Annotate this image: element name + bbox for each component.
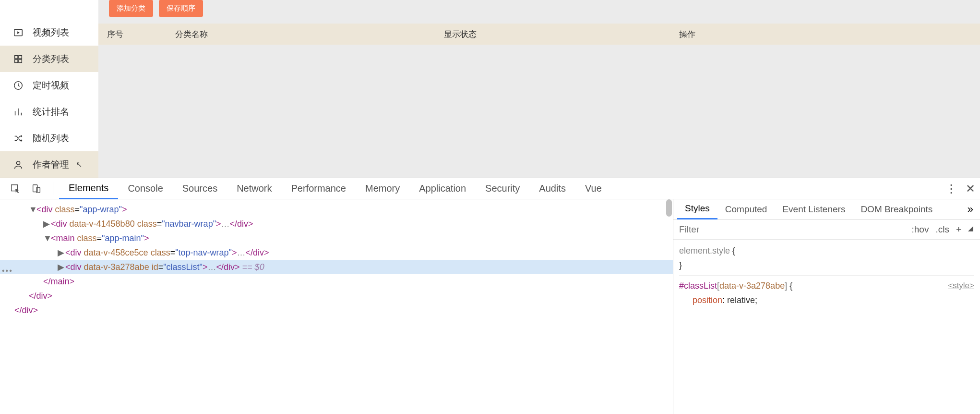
close-devtools-icon[interactable]: ✕ — [966, 182, 975, 195]
styles-tab-dom-breakpoints[interactable]: DOM Breakpoints — [853, 199, 940, 219]
style-declaration[interactable]: position: relative; — [679, 293, 974, 307]
sidebar-item-stats-rank[interactable]: 统计排名 — [0, 98, 98, 125]
tree-line[interactable]: ▼<main class="app-main"> — [0, 231, 673, 245]
svg-rect-3 — [15, 59, 18, 62]
devtools-body: ••• ▼<div class="app-wrap"> ▶<div data-v… — [0, 199, 980, 414]
devtools-right-actions: ⋮ ✕ — [945, 182, 980, 195]
devtools-panel: Elements Console Sources Network Perform… — [0, 178, 980, 414]
styles-rules[interactable]: element.style { } <style> #classList[dat… — [673, 240, 980, 311]
tab-audits[interactable]: Audits — [529, 178, 575, 199]
styles-tab-computed[interactable]: Computed — [717, 199, 775, 219]
toggle-device-icon[interactable] — [30, 182, 43, 195]
sidebar-item-random-list[interactable]: 随机列表 — [0, 125, 98, 151]
tab-sources[interactable]: Sources — [173, 178, 227, 199]
tab-console[interactable]: Console — [118, 178, 172, 199]
scrollbar-thumb[interactable] — [666, 199, 672, 217]
svg-rect-2 — [19, 55, 22, 58]
table-header-status: 显示状态 — [444, 29, 679, 40]
tab-application[interactable]: Application — [409, 178, 476, 199]
table-header: 序号 分类名称 显示状态 操作 — [98, 24, 980, 45]
main-content: 添加分类 保存顺序 序号 分类名称 显示状态 操作 — [98, 0, 980, 178]
cursor-pointer-icon: ↖ — [76, 160, 82, 169]
app-area: 视频列表 分类列表 定时视频 统计排名 随机列表 作者管理 ↖ 添加分类 保存顺… — [0, 0, 980, 178]
cls-toggle[interactable]: .cls — [935, 224, 949, 235]
svg-rect-1 — [15, 55, 18, 58]
tree-line[interactable]: ▶<div data-v-458ce5ce class="top-nav-wra… — [0, 245, 673, 260]
styles-tab-styles[interactable]: Styles — [677, 199, 717, 219]
sidebar-item-label: 分类列表 — [33, 53, 69, 65]
grid-icon — [12, 53, 24, 65]
tree-line[interactable]: ▼<div class="app-wrap"> — [0, 202, 673, 217]
tab-network[interactable]: Network — [227, 178, 281, 199]
table-header-name: 分类名称 — [175, 29, 444, 40]
sidebar-item-label: 作者管理 — [33, 158, 69, 171]
toolbar: 添加分类 保存顺序 — [98, 0, 980, 24]
elements-tree[interactable]: ••• ▼<div class="app-wrap"> ▶<div data-v… — [0, 199, 673, 414]
table-header-seq: 序号 — [98, 29, 175, 40]
tab-security[interactable]: Security — [476, 178, 529, 199]
hover-actions-icon[interactable]: ••• — [2, 267, 13, 275]
tree-line[interactable]: </main> — [0, 274, 673, 289]
separator — [53, 183, 53, 195]
styles-filter-input[interactable] — [673, 219, 905, 239]
hov-toggle[interactable]: :hov — [911, 224, 929, 235]
styles-more-icon[interactable]: » — [961, 203, 980, 216]
svg-rect-4 — [19, 59, 22, 62]
table-header-op: 操作 — [679, 29, 980, 40]
styles-corner-icon[interactable]: ◢ — [968, 224, 973, 235]
sidebar-item-timed-video[interactable]: 定时视频 — [0, 72, 98, 98]
styles-actions: :hov .cls + ◢ — [905, 224, 980, 235]
devtools-tabbar: Elements Console Sources Network Perform… — [0, 178, 980, 199]
tab-memory[interactable]: Memory — [356, 178, 409, 199]
clock-icon — [12, 80, 24, 91]
sidebar: 视频列表 分类列表 定时视频 统计排名 随机列表 作者管理 ↖ — [0, 0, 98, 178]
svg-point-6 — [16, 161, 20, 164]
sidebar-item-author-manage[interactable]: 作者管理 ↖ — [0, 151, 98, 178]
tree-line-selected[interactable]: ▶<div data-v-3a278abe id="classList">…</… — [0, 260, 673, 274]
sidebar-item-label: 随机列表 — [33, 132, 69, 145]
sidebar-item-category-list[interactable]: 分类列表 — [0, 46, 98, 72]
kebab-menu-icon[interactable]: ⋮ — [945, 182, 957, 195]
new-rule-button[interactable]: + — [956, 224, 961, 235]
tab-elements[interactable]: Elements — [59, 178, 118, 199]
save-order-button[interactable]: 保存顺序 — [159, 0, 203, 17]
sidebar-item-video-list[interactable]: 视频列表 — [0, 19, 98, 46]
sidebar-item-label: 定时视频 — [33, 79, 69, 92]
chart-icon — [12, 106, 24, 118]
styles-tabbar: Styles Computed Event Listeners DOM Brea… — [673, 199, 980, 219]
shuffle-icon — [12, 133, 24, 144]
tree-line[interactable]: ▶<div data-v-41458b80 class="navbar-wrap… — [0, 217, 673, 231]
tab-vue[interactable]: Vue — [575, 178, 611, 199]
style-rule[interactable]: <style> #classList[data-v-3a278abe] { — [679, 275, 974, 293]
play-icon — [12, 27, 24, 38]
sidebar-item-label: 视频列表 — [33, 26, 69, 39]
sidebar-item-label: 统计排名 — [33, 106, 69, 118]
styles-pane: Styles Computed Event Listeners DOM Brea… — [673, 199, 980, 414]
styles-tab-event-listeners[interactable]: Event Listeners — [775, 199, 853, 219]
tab-performance[interactable]: Performance — [282, 178, 356, 199]
style-rule-close: } — [679, 258, 974, 272]
rule-source-link[interactable]: <style> — [948, 279, 974, 293]
style-rule[interactable]: element.style { — [679, 244, 974, 258]
styles-filter-row: :hov .cls + ◢ — [673, 219, 980, 240]
user-icon — [12, 159, 24, 170]
inspect-element-icon[interactable] — [9, 182, 22, 195]
tree-line[interactable]: </div> — [0, 289, 673, 303]
add-category-button[interactable]: 添加分类 — [109, 0, 153, 17]
tree-line[interactable]: </div> — [0, 303, 673, 317]
